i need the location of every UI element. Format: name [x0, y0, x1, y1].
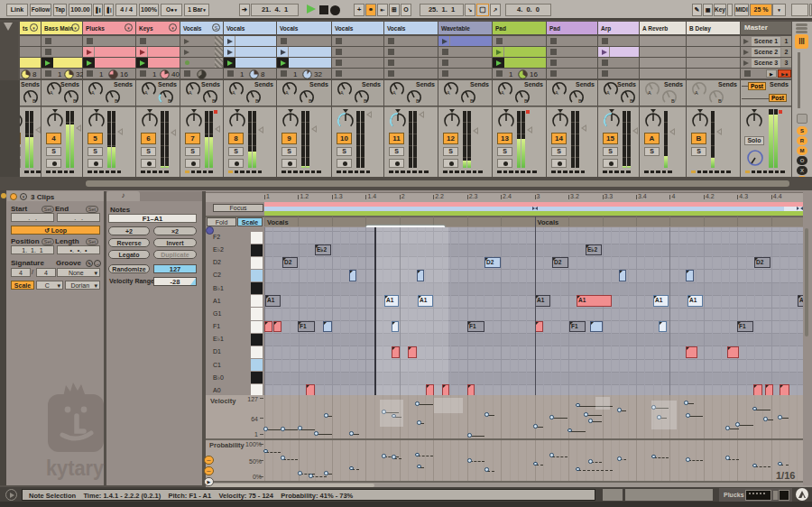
svg-text:kytary: kytary: [46, 456, 105, 480]
